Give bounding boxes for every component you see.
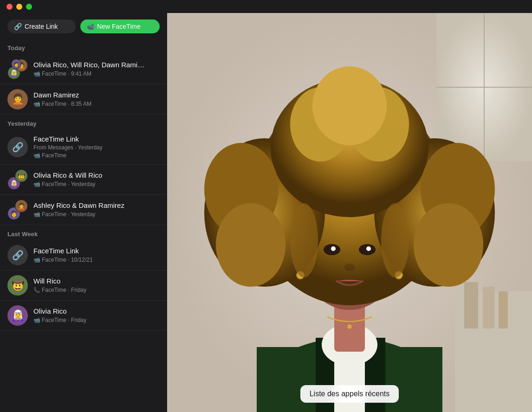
call-sub: 📹 FaceTime · Yesterday <box>33 180 160 188</box>
list-item[interactable]: 🧝‍♀️ 🧑‍🦱 👩 Olivia Rico, Will Rico, Dawn … <box>0 54 167 84</box>
camera-panel: Liste des appels récents <box>167 13 532 412</box>
section-today: Today <box>0 39 167 54</box>
call-info: FaceTime Link From Messages · Yesterday … <box>33 135 160 160</box>
avatar: 🧑‍🦱 <box>15 200 28 212</box>
video-icon-small: 📹 <box>33 316 40 324</box>
svg-point-26 <box>312 66 387 145</box>
call-name: Olivia Rico & Will Rico <box>33 171 160 180</box>
svg-rect-6 <box>483 287 494 328</box>
maximize-button[interactable] <box>26 4 32 10</box>
person-svg <box>167 13 532 412</box>
avatar: 🤠 <box>15 169 28 182</box>
new-facetime-button[interactable]: 📹 New FaceTime <box>80 19 160 33</box>
call-name: Olivia Rico <box>33 307 160 316</box>
list-item[interactable]: 🤠 Will Rico 📞 FaceTime · Friday <box>0 270 167 301</box>
video-icon-small: 📹 <box>33 256 40 264</box>
main-layout: 🔗 Create Link 📹 New FaceTime Today 🧝‍♀️ … <box>0 13 532 412</box>
video-icon-small: 📹 <box>33 180 40 188</box>
avatar: 👩 <box>11 59 21 69</box>
list-item[interactable]: 🧑‍🦱 Dawn Ramirez 📹 FaceTime · 8:35 AM <box>0 84 167 115</box>
avatar-link: 🔗 <box>7 245 28 265</box>
video-icon-small: 📹 <box>33 70 40 78</box>
create-link-label: Create Link <box>25 23 58 30</box>
caption-text: Liste des appels récents <box>310 390 390 398</box>
call-sub: 📞 FaceTime · Friday <box>33 286 160 294</box>
svg-point-29 <box>331 246 336 251</box>
svg-point-23 <box>414 203 483 287</box>
svg-point-34 <box>347 324 352 329</box>
video-icon-small: 📹 <box>33 211 40 219</box>
call-from: From Messages · Yesterday <box>33 144 160 152</box>
avatar-duo: 🧝‍♀️ 🤠 <box>7 169 28 190</box>
list-item[interactable]: 🧝‍♀️ 🤠 Olivia Rico & Will Rico 📹 FaceTim… <box>0 165 167 195</box>
svg-point-31 <box>344 264 355 271</box>
svg-point-36 <box>381 203 409 277</box>
avatar: 🤠 <box>7 275 28 296</box>
call-sub: 📹 FaceTime <box>33 152 160 160</box>
video-icon-small: 📹 <box>33 100 40 108</box>
new-facetime-label: New FaceTime <box>97 23 141 30</box>
call-info: Olivia Rico 📹 FaceTime · Friday <box>33 307 160 324</box>
sidebar-header: 🔗 Create Link 📹 New FaceTime <box>0 13 167 39</box>
list-item[interactable]: 🔗 FaceTime Link 📹 FaceTime · 10/12/21 <box>0 240 167 270</box>
call-info: Olivia Rico & Will Rico 📹 FaceTime · Yes… <box>33 171 160 188</box>
call-info: Ashley Rico & Dawn Ramirez 📹 FaceTime · … <box>33 201 160 218</box>
call-name: Will Rico <box>33 277 160 286</box>
sidebar-list: Today 🧝‍♀️ 🧑‍🦱 👩 Olivia Rico, Will Rico,… <box>0 39 167 412</box>
avatar: 🧑‍🦱 <box>7 89 28 109</box>
avatar-duo2: 👩 🧑‍🦱 <box>7 200 28 220</box>
svg-rect-7 <box>499 291 508 328</box>
create-link-button[interactable]: 🔗 Create Link <box>7 19 76 33</box>
call-sub: 📹 FaceTime · 9:41 AM <box>33 70 160 78</box>
title-bar <box>0 0 532 13</box>
call-info: FaceTime Link 📹 FaceTime · 10/12/21 <box>33 246 160 264</box>
call-sub: 📹 FaceTime · Yesterday <box>33 211 160 219</box>
svg-rect-5 <box>464 282 478 328</box>
call-name: Dawn Ramirez <box>33 90 160 100</box>
section-last-week: Last Week <box>0 225 167 240</box>
list-item[interactable]: 👩 🧑‍🦱 Ashley Rico & Dawn Ramirez 📹 FaceT… <box>0 195 167 225</box>
call-name: Ashley Rico & Dawn Ramirez <box>33 201 160 210</box>
call-name: Olivia Rico, Will Rico, Dawn Rami… <box>33 60 160 70</box>
svg-point-21 <box>216 203 285 287</box>
caption-area: Liste des appels récents <box>167 385 532 412</box>
call-sub: 📹 FaceTime · 8:35 AM <box>33 100 160 108</box>
sidebar: 🔗 Create Link 📹 New FaceTime Today 🧝‍♀️ … <box>0 13 167 412</box>
call-info: Will Rico 📞 FaceTime · Friday <box>33 277 160 294</box>
svg-point-30 <box>366 246 371 251</box>
video-icon-small: 📹 <box>33 152 40 160</box>
call-sub: 📹 FaceTime · Friday <box>33 316 160 324</box>
minimize-button[interactable] <box>16 4 22 10</box>
call-name: FaceTime Link <box>33 246 160 256</box>
avatar: 🧝‍♀️ <box>7 305 28 326</box>
svg-point-35 <box>290 203 318 277</box>
call-name: FaceTime Link <box>33 135 160 144</box>
phone-icon-small: 📞 <box>33 286 40 294</box>
camera-preview: Liste des appels récents <box>167 13 532 412</box>
close-button[interactable] <box>6 4 13 10</box>
traffic-lights <box>6 4 32 10</box>
caption-bubble: Liste des appels récents <box>300 385 399 403</box>
avatar-link: 🔗 <box>7 137 28 157</box>
section-yesterday: Yesterday <box>0 115 167 130</box>
list-item[interactable]: 🔗 FaceTime Link From Messages · Yesterda… <box>0 130 167 165</box>
call-sub: 📹 FaceTime · 10/12/21 <box>33 256 160 264</box>
list-item[interactable]: 🧝‍♀️ Olivia Rico 📹 FaceTime · Friday <box>0 301 167 331</box>
call-info: Dawn Ramirez 📹 FaceTime · 8:35 AM <box>33 90 160 108</box>
link-icon: 🔗 <box>14 23 22 30</box>
avatar-group: 🧝‍♀️ 🧑‍🦱 👩 <box>7 59 28 79</box>
call-info: Olivia Rico, Will Rico, Dawn Rami… 📹 Fac… <box>33 60 160 77</box>
video-camera-icon: 📹 <box>87 23 94 30</box>
